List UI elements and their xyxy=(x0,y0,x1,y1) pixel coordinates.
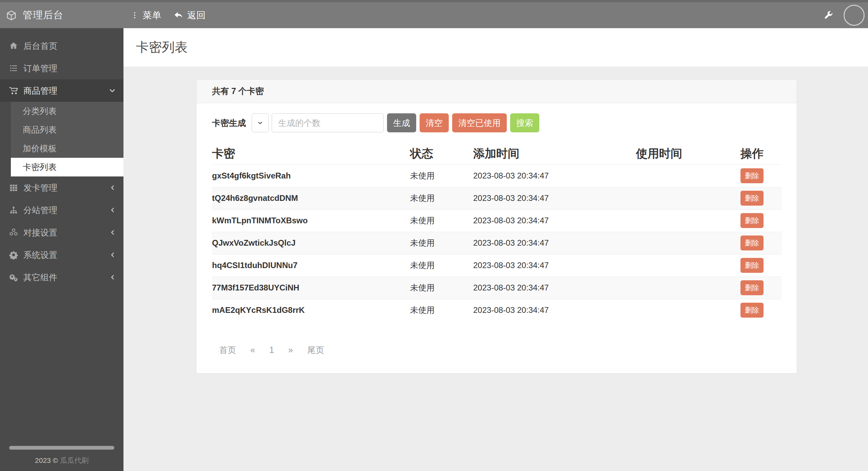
page-link[interactable]: » xyxy=(281,345,300,355)
top-strip xyxy=(0,0,868,2)
sidebar-item-substations[interactable]: 分站管理 xyxy=(0,199,123,221)
added-time: 2023-08-03 20:34:47 xyxy=(473,299,636,321)
sidebar-item-api-settings[interactable]: 对接设置 xyxy=(0,221,123,244)
delete-button[interactable]: 删除 xyxy=(740,303,764,318)
chevron-left-icon xyxy=(109,229,116,236)
main-content: 卡密列表 共有 7 个卡密 卡密生成 生成 清空 清空已使用 xyxy=(123,28,868,471)
chevron-down-icon xyxy=(109,87,116,94)
sidebar-item-label: 其它组件 xyxy=(23,272,57,283)
used-time xyxy=(636,209,740,232)
added-time: 2023-08-03 20:34:47 xyxy=(473,232,636,254)
sidebar-item-system-settings[interactable]: 系统设置 xyxy=(0,244,123,266)
sidebar-item-label: 分站管理 xyxy=(23,205,57,216)
footer-brand: 瓜瓜代刷 xyxy=(60,456,89,464)
sidebar-item-orders[interactable]: 订单管理 xyxy=(0,57,123,79)
top-nav: 菜单 返回 xyxy=(130,2,218,28)
delete-button[interactable]: 删除 xyxy=(740,213,764,228)
table-row: tQ24h6z8gvnatcdDNM 未使用 2023-08-03 20:34:… xyxy=(212,187,782,209)
sidebar-item-products[interactable]: 商品管理 xyxy=(0,79,123,102)
status-badge: 未使用 xyxy=(410,277,473,299)
added-time: 2023-08-03 20:34:47 xyxy=(473,254,636,277)
generate-form: 卡密生成 生成 清空 清空已使用 搜索 xyxy=(212,113,781,132)
added-time: 2023-08-03 20:34:47 xyxy=(473,277,636,299)
table-header-row: 卡密 状态 添加时间 使用时间 操作 xyxy=(212,143,782,165)
delete-button[interactable]: 删除 xyxy=(740,168,764,183)
card-key-value: kWmTLpnTINMToXBswo xyxy=(212,209,410,232)
chevron-left-icon xyxy=(109,274,116,281)
page-link[interactable]: 1 xyxy=(262,345,281,355)
column-header-status: 状态 xyxy=(410,143,473,165)
generate-button[interactable]: 生成 xyxy=(387,113,416,132)
cube-icon xyxy=(6,10,17,21)
back-button[interactable]: 返回 xyxy=(173,9,206,21)
sidebar-item-other-components[interactable]: 其它组件 xyxy=(0,266,123,288)
delete-button[interactable]: 删除 xyxy=(740,258,764,273)
chevron-left-icon xyxy=(109,207,116,213)
clear-button[interactable]: 清空 xyxy=(420,113,449,132)
count-input[interactable] xyxy=(272,113,384,132)
page-link[interactable]: 尾页 xyxy=(300,344,331,356)
clear-used-button[interactable]: 清空已使用 xyxy=(452,113,507,132)
card-key-table: 卡密 状态 添加时间 使用时间 操作 gxSt4gf6kgtSiveRah xyxy=(212,143,782,321)
sidebar-scrollbar[interactable] xyxy=(9,446,114,450)
sidebar-item-dashboard[interactable]: 后台首页 xyxy=(0,35,123,57)
status-badge: 未使用 xyxy=(410,232,473,254)
used-time xyxy=(636,165,740,187)
page-link[interactable]: « xyxy=(243,345,262,355)
added-time: 2023-08-03 20:34:47 xyxy=(473,187,636,209)
avatar[interactable] xyxy=(844,5,865,26)
sidebar-item-card-issue[interactable]: 发卡管理 xyxy=(0,176,123,199)
status-badge: 未使用 xyxy=(410,165,473,187)
table-row: kWmTLpnTINMToXBswo 未使用 2023-08-03 20:34:… xyxy=(212,209,782,232)
column-header-added-time: 添加时间 xyxy=(473,143,636,165)
page-title: 卡密列表 xyxy=(136,39,188,56)
app-logo[interactable]: 管理后台 xyxy=(0,2,123,28)
sidebar-item-label: 对接设置 xyxy=(23,227,57,238)
top-bar: 管理后台 菜单 返回 xyxy=(0,0,868,28)
delete-button[interactable]: 删除 xyxy=(740,280,764,295)
page-link[interactable]: 首页 xyxy=(212,344,243,356)
sidebar-item-label: 后台首页 xyxy=(23,40,57,52)
sidebar: 后台首页 订单管理 商品管理 分类列表 商品列表 加价模板 卡密列表 xyxy=(0,28,123,471)
grid-icon xyxy=(8,183,19,192)
search-button[interactable]: 搜索 xyxy=(510,113,539,132)
chevron-left-icon xyxy=(109,184,116,191)
card-key-value: hq4CSI1tduhDIUNNu7 xyxy=(212,254,410,277)
sidebar-item-product-list[interactable]: 商品列表 xyxy=(11,120,123,139)
delete-button[interactable]: 删除 xyxy=(740,191,764,206)
used-time xyxy=(636,187,740,209)
back-button-label: 返回 xyxy=(187,9,206,21)
card-count-text: 共有 7 个卡密 xyxy=(212,86,264,97)
product-select[interactable] xyxy=(252,113,269,132)
table-row: gxSt4gf6kgtSiveRah 未使用 2023-08-03 20:34:… xyxy=(212,165,782,187)
delete-button[interactable]: 删除 xyxy=(740,236,764,250)
generate-form-label: 卡密生成 xyxy=(212,117,246,129)
sidebar-item-markup-template[interactable]: 加价模板 xyxy=(11,139,123,158)
card-key-value: tQ24h6z8gvnatcdDNM xyxy=(212,187,410,209)
status-badge: 未使用 xyxy=(410,299,473,321)
added-time: 2023-08-03 20:34:47 xyxy=(473,165,636,187)
menu-button[interactable]: 菜单 xyxy=(130,9,161,21)
used-time xyxy=(636,277,740,299)
column-header-used-time: 使用时间 xyxy=(636,143,740,165)
panel-header: 共有 7 个卡密 xyxy=(196,79,797,103)
sidebar-item-label: 发卡管理 xyxy=(23,182,57,193)
column-header-actions: 操作 xyxy=(740,143,782,165)
top-right-controls xyxy=(823,2,868,28)
card-key-panel: 共有 7 个卡密 卡密生成 生成 清空 清空已使用 搜索 xyxy=(196,79,797,374)
app-title: 管理后台 xyxy=(23,8,63,22)
gears-icon xyxy=(8,272,19,282)
sidebar-item-label: 订单管理 xyxy=(23,63,57,74)
used-time xyxy=(636,254,740,277)
table-row: hq4CSI1tduhDIUNNu7 未使用 2023-08-03 20:34:… xyxy=(212,254,782,277)
title-band: 卡密列表 xyxy=(123,28,868,67)
status-badge: 未使用 xyxy=(410,254,473,277)
pagination: 首页 « 1 » 尾页 xyxy=(212,344,781,356)
sidebar-item-category-list[interactable]: 分类列表 xyxy=(11,102,123,120)
used-time xyxy=(636,299,740,321)
wrench-icon[interactable] xyxy=(823,10,833,20)
gear-icon xyxy=(8,250,19,260)
cubes-icon xyxy=(8,228,19,237)
chevron-left-icon xyxy=(109,251,116,258)
sidebar-item-card-key-list[interactable]: 卡密列表 xyxy=(11,158,123,176)
